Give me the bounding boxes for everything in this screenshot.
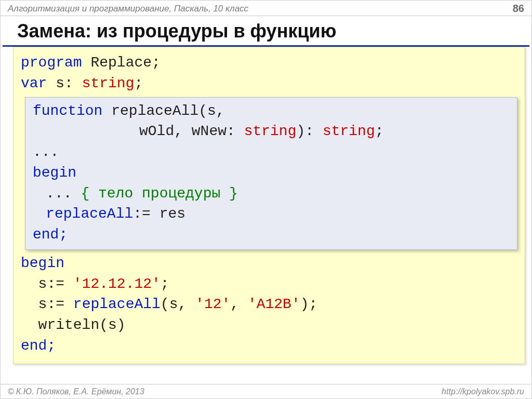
code-line: s:= '12.12.12'; — [21, 274, 517, 295]
slide: Алгоритмизация и программирование, Паска… — [0, 0, 532, 399]
code-line: var s: string; — [21, 73, 517, 94]
code-line: begin — [33, 163, 510, 183]
fn-name: replaceAll — [46, 206, 133, 222]
code-line: begin — [21, 253, 517, 274]
string-literal: '12' — [195, 296, 230, 312]
code-line: replaceAll:= res — [33, 204, 510, 224]
header-subject: Алгоритмизация и программирование, Паска… — [8, 4, 248, 14]
page-number: 86 — [513, 3, 524, 15]
copyright-icon: © — [8, 387, 14, 396]
kw-string: string — [244, 123, 297, 139]
code-block-function: function replaceAll(s, wOld, wNew: strin… — [25, 97, 517, 250]
footer-bar: © К.Ю. Поляков, Е.А. Ерёмин, 2013 http:/… — [1, 384, 531, 398]
code-line: ... { тело процедуры } — [33, 183, 510, 204]
slide-title: Замена: из процедуры в функцию — [3, 16, 529, 47]
string-literal: '12.12.12' — [73, 276, 161, 292]
code-line: program Replace; — [21, 52, 517, 73]
footer-copyright: © К.Ю. Поляков, Е.А. Ерёмин, 2013 — [8, 387, 144, 396]
kw-end: end; — [33, 227, 68, 243]
kw-string: string — [82, 75, 135, 91]
code-block-main: program Replace; var s: string; function… — [13, 47, 525, 364]
code-line: wOld, wNew: string): string; — [33, 121, 510, 142]
code-line: end; — [33, 224, 510, 245]
header-bar: Алгоритмизация и программирование, Паска… — [1, 1, 531, 16]
comment: { тело процедуры } — [81, 185, 237, 202]
string-literal: 'A12B' — [248, 296, 300, 312]
fn-call: replaceAll — [73, 296, 161, 312]
code-line: function replaceAll(s, — [33, 101, 510, 122]
kw-var: var — [21, 75, 47, 91]
kw-function: function — [33, 103, 102, 119]
footer-url: http://kpolyakov.spb.ru — [442, 387, 524, 396]
code-line: ... — [33, 142, 510, 163]
code-line: end; — [21, 336, 517, 356]
footer-authors: К.Ю. Поляков, Е.А. Ерёмин, 2013 — [16, 387, 144, 396]
kw-end: end; — [21, 338, 56, 354]
code-line: s:= replaceAll(s, '12', 'A12B'); — [21, 294, 517, 315]
kw-begin: begin — [21, 255, 64, 271]
kw-program: program — [21, 55, 82, 71]
code-line: writeln(s) — [21, 315, 517, 336]
kw-string: string — [323, 123, 375, 139]
kw-begin: begin — [33, 165, 76, 181]
